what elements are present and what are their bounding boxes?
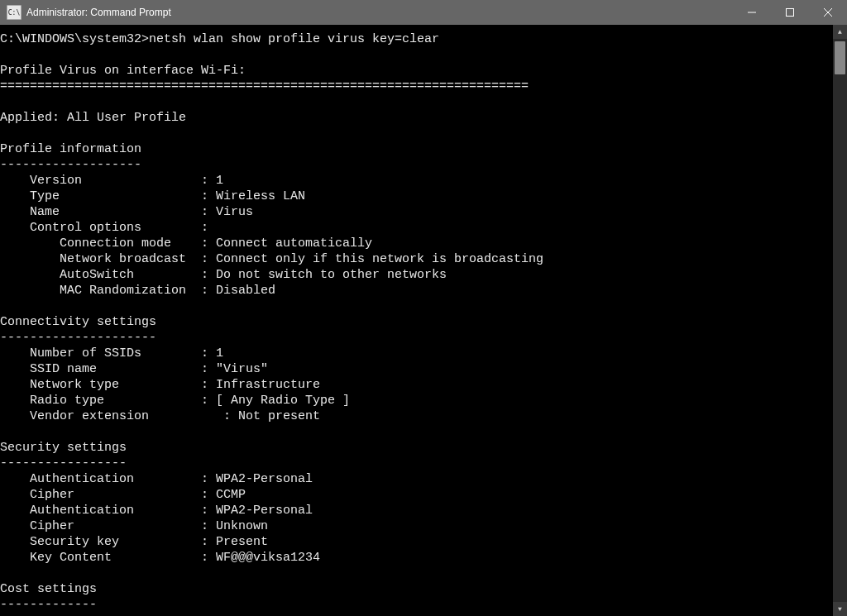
- authentication-value: WPA2-Personal: [216, 472, 313, 486]
- section-profile-info: Profile information: [0, 142, 141, 156]
- type-value: Wireless LAN: [216, 189, 305, 203]
- connection-mode-value: Connect automatically: [216, 236, 372, 251]
- radio-type-value: [ Any Radio Type ]: [216, 394, 350, 408]
- console-output[interactable]: C:\WINDOWS\system32>netsh wlan show prof…: [0, 25, 833, 616]
- version-value: 1: [216, 174, 223, 188]
- network-broadcast-value: Connect only if this network is broadcas…: [216, 252, 543, 266]
- close-button[interactable]: [809, 0, 847, 25]
- minimize-button[interactable]: [733, 0, 771, 25]
- network-type-value: Infrastructure: [216, 378, 320, 392]
- divider: ========================================…: [0, 79, 529, 93]
- autoswitch-value: Do not switch to other networks: [216, 268, 447, 282]
- key-content-value: WF@@@viksa1234: [216, 551, 320, 565]
- vendor-extension-value: Not present: [238, 409, 320, 423]
- dashes: -------------: [0, 598, 97, 612]
- dashes: ---------------------: [0, 331, 156, 345]
- dashes: -----------------: [0, 456, 127, 470]
- scrollbar-thumb[interactable]: [835, 41, 845, 74]
- scroll-up-arrow-icon[interactable]: ▲: [833, 25, 847, 39]
- titlebar[interactable]: C:\ Administrator: Command Prompt: [0, 0, 847, 25]
- svg-rect-1: [787, 9, 794, 17]
- cipher-value: CCMP: [216, 488, 246, 502]
- num-ssids-value: 1: [216, 346, 223, 361]
- window-title: Administrator: Command Prompt: [26, 7, 171, 18]
- authentication-value-2: WPA2-Personal: [216, 504, 313, 518]
- dashes: -------------------: [0, 158, 141, 172]
- section-cost: Cost settings: [0, 582, 97, 596]
- maximize-button[interactable]: [771, 0, 809, 25]
- command-text: netsh wlan show profile virus key=clear: [149, 32, 439, 46]
- security-key-value: Present: [216, 535, 268, 549]
- cmd-icon: C:\: [7, 5, 22, 20]
- name-value: Virus: [216, 205, 253, 219]
- ssid-name-value: "Virus": [216, 362, 268, 376]
- scroll-down-arrow-icon[interactable]: ▼: [833, 602, 847, 616]
- console-area: C:\WINDOWS\system32>netsh wlan show prof…: [0, 25, 847, 616]
- scrollbar-track[interactable]: ▲ ▼: [833, 25, 847, 616]
- prompt: C:\WINDOWS\system32>: [0, 32, 149, 46]
- header-line: Profile Virus on interface Wi-Fi:: [0, 64, 246, 78]
- cipher-value-2: Unknown: [216, 519, 268, 533]
- mac-randomization-value: Disabled: [216, 284, 275, 298]
- section-connectivity: Connectivity settings: [0, 315, 156, 329]
- applied-line: Applied: All User Profile: [0, 111, 186, 125]
- section-security: Security settings: [0, 441, 127, 455]
